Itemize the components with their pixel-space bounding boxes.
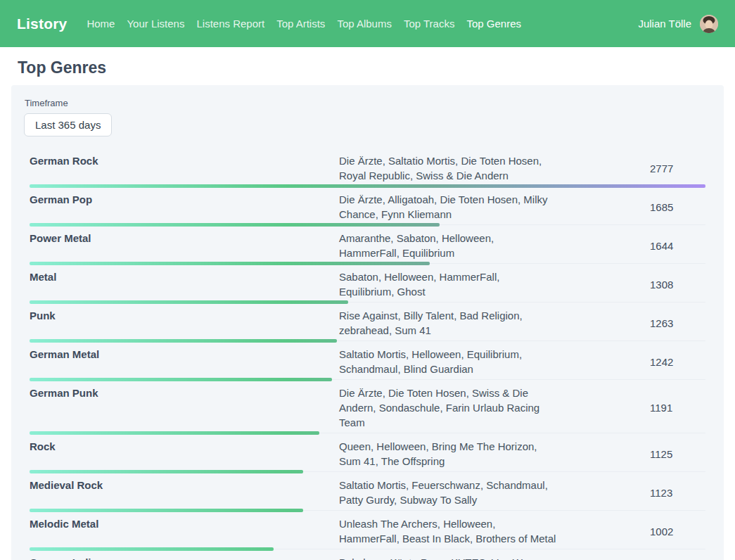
genre-row: German Indie Bukahara, Käptn Peng, KYTES… bbox=[30, 551, 705, 560]
nav-item-top-artists[interactable]: Top Artists bbox=[276, 18, 325, 30]
genre-listen-count: 1263 bbox=[557, 317, 705, 329]
nav-item-top-tracks[interactable]: Top Tracks bbox=[404, 18, 455, 30]
genre-progress-bar bbox=[30, 339, 337, 343]
genre-top-artists: Saltatio Mortis, Helloween, Equilibrium,… bbox=[339, 347, 557, 376]
genre-top-artists: Amaranthe, Sabaton, Helloween, HammerFal… bbox=[339, 231, 557, 260]
genre-name: Metal bbox=[30, 269, 339, 284]
genre-top-artists: Saltatio Mortis, Feuerschwanz, Schandmau… bbox=[339, 478, 557, 507]
genre-listen-count: 1002 bbox=[557, 526, 705, 537]
genre-row: German Pop Die Ärzte, Alligatoah, Die To… bbox=[30, 188, 705, 227]
genre-top-artists: Die Ärzte, Alligatoah, Die Toten Hosen, … bbox=[339, 192, 557, 222]
genre-listen-count: 1123 bbox=[557, 487, 705, 499]
genre-name: Medieval Rock bbox=[30, 478, 339, 492]
top-genres-card: Timeframe Last 365 days German Rock Die … bbox=[11, 85, 724, 560]
genre-name: German Metal bbox=[30, 347, 339, 362]
genre-progress-bar bbox=[30, 223, 440, 227]
genre-name: German Pop bbox=[30, 192, 339, 207]
genre-row: Rock Queen, Helloween, Bring Me The Hori… bbox=[30, 435, 705, 473]
genre-name: Punk bbox=[30, 308, 339, 323]
user-menu[interactable]: Julian Tölle bbox=[638, 15, 718, 33]
genre-row: German Punk Die Ärzte, Die Toten Hosen, … bbox=[30, 381, 705, 435]
nav-item-top-genres[interactable]: Top Genres bbox=[466, 18, 521, 30]
genre-listen-count: 2777 bbox=[557, 163, 705, 174]
genre-listen-count: 1191 bbox=[557, 402, 705, 414]
timeframe-label: Timeframe bbox=[25, 98, 705, 108]
nav-item-top-albums[interactable]: Top Albums bbox=[337, 18, 392, 30]
genre-row: Power Metal Amaranthe, Sabaton, Hellowee… bbox=[30, 227, 705, 265]
genre-top-artists: Rise Against, Billy Talent, Bad Religion… bbox=[339, 308, 557, 338]
genre-top-artists: Unleash The Archers, Helloween, HammerFa… bbox=[339, 516, 557, 546]
genre-top-artists: Bukahara, Käptn Peng, KYTES, Von Wegen L… bbox=[339, 555, 557, 560]
genre-row: Punk Rise Against, Billy Talent, Bad Rel… bbox=[30, 304, 705, 343]
main-content: Top Genres Timeframe Last 365 days Germa… bbox=[0, 58, 735, 560]
genre-progress-bar bbox=[30, 547, 274, 551]
genre-progress-bar bbox=[30, 300, 348, 304]
genre-progress-bar bbox=[30, 509, 303, 512]
timeframe-select[interactable]: Last 365 days bbox=[24, 113, 112, 136]
genre-progress-bar bbox=[30, 431, 319, 435]
user-avatar[interactable] bbox=[700, 15, 718, 33]
genre-listen-count: 1644 bbox=[557, 240, 705, 252]
user-name: Julian Tölle bbox=[638, 18, 691, 30]
genre-progress-bar bbox=[30, 470, 303, 473]
genre-name: Melodic Metal bbox=[30, 516, 339, 531]
genre-progress-bar bbox=[30, 378, 332, 381]
genre-listen-count: 1308 bbox=[557, 279, 705, 291]
genre-top-artists: Die Ärzte, Saltatio Mortis, Die Toten Ho… bbox=[339, 153, 557, 183]
brand-logo[interactable]: Listory bbox=[17, 15, 67, 32]
genre-row: German Metal Saltatio Mortis, Helloween,… bbox=[30, 343, 705, 381]
genre-progress-bar bbox=[30, 184, 705, 188]
genre-row: Metal Sabaton, Helloween, HammerFall, Eq… bbox=[30, 265, 705, 304]
genre-progress-bar bbox=[30, 262, 430, 265]
avatar-photo-icon bbox=[700, 15, 718, 33]
nav-item-home[interactable]: Home bbox=[87, 18, 115, 30]
nav-item-listens-report[interactable]: Listens Report bbox=[196, 18, 264, 30]
page-title: Top Genres bbox=[18, 58, 724, 77]
genre-top-artists: Die Ärzte, Die Toten Hosen, Swiss & Die … bbox=[339, 386, 557, 430]
genre-listen-count: 1242 bbox=[557, 356, 705, 368]
genre-row: German Rock Die Ärzte, Saltatio Mortis, … bbox=[30, 149, 705, 188]
genre-row: Medieval Rock Saltatio Mortis, Feuerschw… bbox=[30, 473, 705, 512]
genre-name: German Punk bbox=[30, 386, 339, 400]
genre-list: German Rock Die Ärzte, Saltatio Mortis, … bbox=[30, 149, 705, 560]
timeframe-filter: Timeframe Last 365 days bbox=[24, 98, 705, 136]
genre-name: German Indie bbox=[30, 555, 339, 560]
genre-name: Power Metal bbox=[30, 231, 339, 246]
app-header: Listory HomeYour ListensListens ReportTo… bbox=[0, 0, 735, 47]
genre-name: Rock bbox=[30, 439, 339, 454]
genre-top-artists: Sabaton, Helloween, HammerFall, Equilibr… bbox=[339, 269, 557, 299]
genre-row: Melodic Metal Unleash The Archers, Hello… bbox=[30, 512, 705, 551]
genre-listen-count: 1125 bbox=[557, 448, 705, 460]
nav-item-your-listens[interactable]: Your Listens bbox=[127, 18, 184, 30]
genre-name: German Rock bbox=[30, 153, 339, 168]
genre-listen-count: 1685 bbox=[557, 201, 705, 213]
main-nav: HomeYour ListensListens ReportTop Artist… bbox=[87, 18, 638, 30]
genre-top-artists: Queen, Helloween, Bring Me The Horizon, … bbox=[339, 439, 557, 469]
